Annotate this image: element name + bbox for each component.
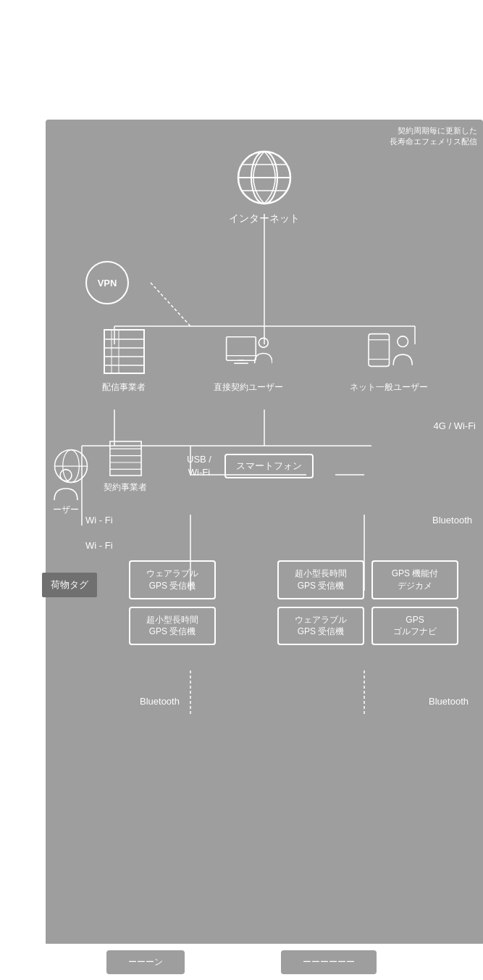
svg-point-46	[60, 470, 72, 481]
device-small-gps-right: 超小型長時間GPS 受信機	[277, 560, 364, 599]
user-label: ーザー	[53, 504, 79, 516]
main-diagram: 契約周期毎に更新した 長寿命エフェメリス配信	[46, 120, 483, 946]
device-col-2: GPS 機能付デジカメ GPSゴルフナビ	[371, 560, 458, 645]
header-text: 契約周期毎に更新した 長寿命エフェメリス配信	[390, 125, 477, 148]
device-grid-right: 超小型長時間GPS 受信機 ウェアラブルGPS 受信機 GPS 機能付デジカメ …	[277, 560, 458, 645]
building2-icon	[106, 439, 146, 478]
right-button[interactable]: ーーーーーー	[281, 950, 377, 974]
device-gps-camera: GPS 機能付デジカメ	[371, 560, 458, 599]
device-grid-left: ウェアラブルGPS 受信機 超小型長時間GPS 受信機	[129, 560, 216, 645]
building-icon	[101, 326, 148, 377]
nimotsu-tag-box: 荷物タグ	[42, 573, 97, 597]
bluetooth-label-left: Bluetooth	[140, 696, 180, 707]
globe-icon	[235, 149, 293, 207]
provider-chokusetsu-label: 直接契約ユーザー	[214, 381, 283, 394]
svg-point-37	[398, 336, 408, 347]
svg-rect-22	[104, 330, 144, 373]
svg-rect-29	[227, 337, 256, 361]
keiyaku-label: 契約事業者	[104, 481, 147, 494]
device-gps-golf: GPSゴルフナビ	[371, 607, 458, 646]
provider-haishin: 配信事業者	[101, 326, 148, 394]
vpn-indicator: VPN	[85, 261, 129, 304]
wifi-label: Wi - Fi	[85, 515, 113, 526]
svg-point-33	[259, 338, 268, 347]
device-wearable-gps-right: ウェアラブルGPS 受信機	[277, 607, 364, 646]
mobile-user-icon	[366, 326, 413, 377]
internet-label: インターネット	[229, 212, 300, 225]
bluetooth-label-right: Bluetooth	[429, 696, 469, 707]
person-icon	[51, 468, 80, 504]
user-section: ーザー	[51, 468, 80, 516]
connection-type-label: 4G / Wi-Fi	[434, 420, 476, 431]
keiyaku-provider: 契約事業者	[104, 439, 147, 494]
middle-row: 契約事業者 USB /Wi-Fi スマートフォン	[46, 439, 483, 494]
left-button[interactable]: ーーーン	[106, 950, 185, 974]
internet-section: インターネット	[229, 149, 300, 225]
connection-lines	[46, 120, 483, 946]
header-line2: 長寿命エフェメリス配信	[390, 136, 477, 147]
device-wearable-gps-left: ウェアラブルGPS 受信機	[129, 560, 216, 599]
svg-rect-34	[369, 334, 389, 367]
svg-line-5	[151, 283, 190, 326]
provider-chokusetsu: 直接契約ユーザー	[214, 326, 283, 394]
smartphone-box: スマートフォン	[224, 454, 314, 478]
device-small-gps-left: 超小型長時間GPS 受信機	[129, 607, 216, 646]
computer-user-icon	[225, 326, 272, 377]
wifi-small-label: Wi - Fi	[85, 540, 113, 551]
providers-row: 配信事業者 直接契約ユーザー	[46, 326, 483, 394]
provider-haishin-label: 配信事業者	[102, 381, 146, 394]
device-col-1: 超小型長時間GPS 受信機 ウェアラブルGPS 受信機	[277, 560, 364, 645]
header-line1: 契約周期毎に更新した	[390, 125, 477, 136]
provider-net: ネット一般ユーザー	[350, 326, 428, 394]
wifi-bluetooth-row: Wi - Fi Bluetooth	[85, 515, 472, 526]
usb-wifi-label: USB /Wi-Fi	[187, 453, 211, 479]
provider-net-label: ネット一般ユーザー	[350, 381, 428, 394]
bluetooth-label-top: Bluetooth	[432, 515, 472, 526]
svg-rect-41	[109, 441, 140, 476]
bottom-toolbar: ーーーン ーーーーーー	[0, 944, 483, 980]
